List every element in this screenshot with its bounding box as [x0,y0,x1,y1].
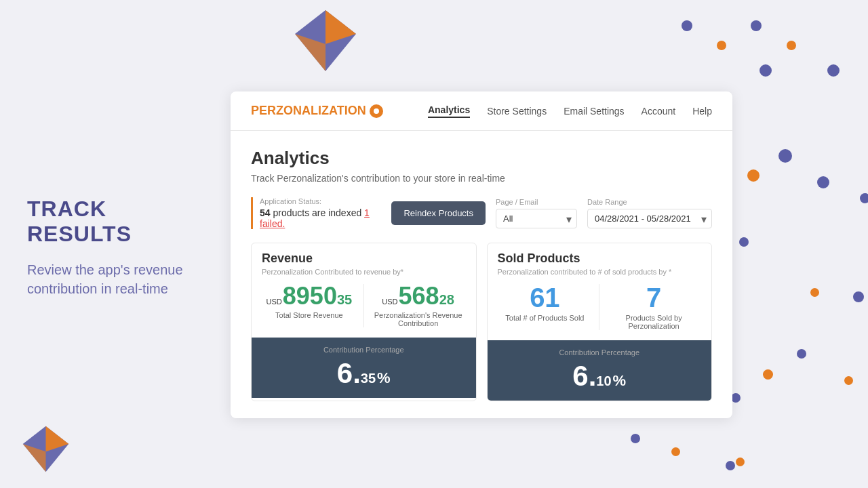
left-description: Review the app's revenue contribution in… [27,260,217,298]
page-email-select-wrapper: All [496,209,577,228]
revenue-contribution-footer: Contribution Percentage 6 . 35 % [252,338,476,398]
date-range-label: Date Range [587,198,712,206]
revenue-contrib-decimal: 35 [361,371,376,385]
nav-links: Analytics Store Settings Email Settings … [428,104,712,118]
decorative-dot-8 [817,176,829,188]
revenue-title: Revenue [262,251,466,266]
total-currency: USD [267,298,282,306]
perzon-sold-label: Products Sold by Perzonalization [606,314,701,330]
total-sold: 61 Total # of Products Sold [498,284,593,330]
page-subtitle: Track Perzonalization's contribution to … [251,173,712,184]
revenue-contrib-pct: % [377,369,391,387]
perzon-currency: USD [382,298,397,306]
sold-contrib-value: 6 . 10 % [498,360,702,392]
sold-contrib-dot: . [589,360,597,392]
decorative-dot-14 [763,369,773,380]
reindex-button[interactable]: Reindex Products [391,201,486,225]
page-title: Analytics [251,148,712,169]
navbar: PERZONALIZATION Analytics Store Settings… [231,92,732,131]
status-text: 54 products are indexed 1 failed. [260,207,381,229]
total-sold-number: 61 [498,284,593,311]
decorative-dot-16 [731,393,741,403]
total-sold-label: Total # of Products Sold [498,314,593,322]
decorative-dot-20 [726,461,735,470]
sold-contrib-pct: % [613,372,627,390]
sold-title: Sold Products [498,251,702,266]
sold-contribution-footer: Contribution Percentage 6 . 10 % [488,340,712,401]
total-revenue-label: Total Store Revenue [262,311,357,319]
decorative-dot-15 [844,376,853,385]
revenue-contrib-dot: . [353,357,361,390]
metrics-grid: Revenue Perzonalization Contributed to r… [251,243,712,401]
total-revenue-number: USD 8950 35 [262,284,357,308]
sold-divider [599,284,599,330]
nav-analytics[interactable]: Analytics [428,104,470,118]
perzon-sold-value: 7 [646,284,661,311]
sold-header: Sold Products Perzonalization contribute… [488,243,712,276]
decorative-dot-1 [751,20,762,31]
revenue-contrib-label: Contribution Percentage [262,346,466,354]
sold-values: 61 Total # of Products Sold 7 Products S… [488,284,712,340]
decorative-dot-11 [810,288,819,297]
brand-name: PERZONALIZATION [251,104,366,118]
decorative-dot-9 [860,193,868,203]
decorative-dot-19 [736,458,745,466]
revenue-values: USD 8950 35 Total Store Revenue USD 568 … [252,284,476,338]
decorative-dot-4 [760,64,772,77]
page-email-select[interactable]: All [496,209,577,228]
decorative-dot-13 [797,349,806,359]
brand-icon [370,104,383,118]
decorative-dot-10 [739,237,749,247]
decorative-dot-17 [631,434,640,443]
nav-account[interactable]: Account [642,106,676,117]
decorative-dot-18 [671,447,680,456]
decorative-dot-2 [717,41,726,50]
indexed-count: 54 [260,207,271,218]
revenue-contrib-value: 6 . 35 % [262,357,466,390]
decorative-dot-0 [682,20,692,31]
perzon-sold: 7 Products Sold by Perzonalization [606,284,701,330]
decorative-gem-top [292,7,359,75]
decorative-dot-3 [787,41,796,50]
decorative-dot-12 [853,291,864,302]
perzon-revenue-main: 568 [399,284,439,308]
status-bar: Application Status: 54 products are inde… [251,197,712,229]
revenue-contrib-main: 6 [337,359,353,388]
date-range-select-wrapper: 04/28/2021 - 05/28/2021 [587,209,712,228]
total-revenue-main: 8950 [283,284,337,308]
nav-help[interactable]: Help [692,106,712,117]
perzon-revenue: USD 568 28 Perzonalization's Revenue Con… [371,284,466,327]
decorative-dot-7 [747,169,760,182]
decorative-dot-5 [827,64,840,77]
perzon-sold-number: 7 [606,284,701,311]
date-range-select[interactable]: 04/28/2021 - 05/28/2021 [587,209,712,228]
main-card: PERZONALIZATION Analytics Store Settings… [231,92,732,418]
sold-contrib-decimal: 10 [596,374,611,388]
indexed-text: products are indexed [273,207,364,218]
date-range-filter: Date Range 04/28/2021 - 05/28/2021 [587,198,712,228]
decorative-dot-6 [778,149,792,163]
perzon-revenue-label: Perzonalization's Revenue Contribution [371,311,466,327]
revenue-subtitle: Perzonalization Contributed to revenue b… [262,268,466,276]
left-panel: TRACK RESULTS Review the app's revenue c… [27,197,217,298]
total-store-revenue: USD 8950 35 Total Store Revenue [262,284,357,327]
page-email-filter: Page / Email All [496,198,577,228]
total-sold-value: 61 [530,284,560,311]
revenue-card: Revenue Perzonalization Contributed to r… [251,243,477,401]
revenue-header: Revenue Perzonalization Contributed to r… [252,243,476,276]
decorative-gem-bottom [20,424,71,474]
status-label: Application Status: [260,197,381,205]
sold-subtitle: Perzonalization contributed to # of sold… [498,268,702,276]
left-heading: TRACK RESULTS [27,197,217,247]
brand-logo: PERZONALIZATION [251,104,383,118]
revenue-divider [363,284,364,327]
page-content: Analytics Track Perzonalization's contri… [231,131,732,418]
sold-products-card: Sold Products Perzonalization contribute… [487,243,713,401]
nav-email-settings[interactable]: Email Settings [564,106,624,117]
perzon-revenue-decimal: 28 [439,293,454,306]
application-status: Application Status: 54 products are inde… [251,197,381,229]
nav-store-settings[interactable]: Store Settings [487,106,547,117]
sold-contrib-label: Contribution Percentage [498,348,702,357]
page-email-label: Page / Email [496,198,577,206]
sold-contrib-main: 6 [572,362,588,390]
